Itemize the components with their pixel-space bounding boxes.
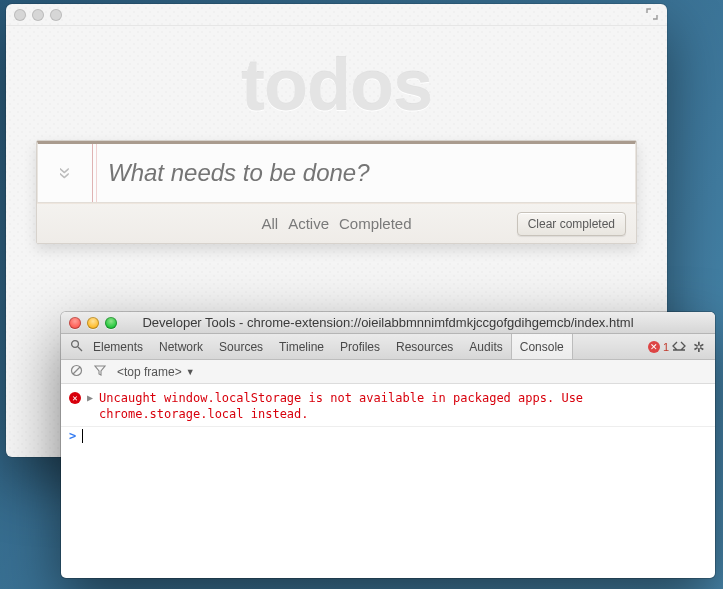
error-icon: ✕ [69,392,81,404]
tab-sources[interactable]: Sources [211,334,271,359]
close-icon[interactable] [69,317,81,329]
devtools-title: Developer Tools - chrome-extension://oie… [61,315,715,330]
filter-group: All Active Completed [261,215,411,232]
text-caret [82,429,83,443]
filter-icon[interactable] [93,364,107,379]
chevron-down-icon: ▼ [186,367,195,377]
tab-profiles[interactable]: Profiles [332,334,388,359]
expand-triangle-icon[interactable]: ▶ [87,392,93,403]
traffic-lights [69,317,117,329]
error-icon: ✕ [648,341,660,353]
svg-line-3 [73,367,80,374]
error-count-badge[interactable]: ✕ 1 [648,341,669,353]
clear-completed-button[interactable]: Clear completed [517,212,626,236]
frame-selector[interactable]: <top frame> ▼ [117,365,195,379]
console-prompt[interactable]: > [61,427,715,445]
app-body: todos » All Active Completed Clear compl… [6,26,667,244]
tab-elements[interactable]: Elements [85,334,151,359]
svg-point-0 [71,340,78,347]
tab-console[interactable]: Console [511,334,573,359]
app-title: todos [36,44,637,126]
drawer-toggle-icon[interactable] [669,339,689,354]
frame-selector-label: <top frame> [117,365,182,379]
error-message: Uncaught window.localStorage is not avai… [99,390,707,422]
filter-completed[interactable]: Completed [339,215,412,232]
minimize-icon[interactable] [87,317,99,329]
devtools-tabbar: Elements Network Sources Timeline Profil… [61,334,715,360]
toggle-all-button[interactable]: » [38,144,92,202]
expand-icon[interactable] [645,7,659,21]
traffic-lights [14,9,62,21]
new-todo-input[interactable] [92,144,635,202]
inspect-icon[interactable] [67,339,85,355]
clear-console-icon[interactable] [69,364,83,380]
console-error-row[interactable]: ✕ ▶ Uncaught window.localStorage is not … [61,388,715,427]
zoom-icon[interactable] [105,317,117,329]
filter-all[interactable]: All [261,215,278,232]
todo-footer: All Active Completed Clear completed [37,203,636,243]
filter-active[interactable]: Active [288,215,329,232]
tab-network[interactable]: Network [151,334,211,359]
tab-timeline[interactable]: Timeline [271,334,332,359]
devtools-titlebar[interactable]: Developer Tools - chrome-extension://oie… [61,312,715,334]
devtools-window: Developer Tools - chrome-extension://oie… [61,312,715,578]
settings-icon[interactable]: ✲ [689,339,709,355]
tab-resources[interactable]: Resources [388,334,461,359]
app-titlebar[interactable] [6,4,667,26]
console-toolbar: <top frame> ▼ [61,360,715,384]
tab-audits[interactable]: Audits [461,334,510,359]
new-todo-row: » [37,141,636,203]
minimize-icon[interactable] [32,9,44,21]
chevron-down-icon: » [52,167,78,179]
close-icon[interactable] [14,9,26,21]
todo-card: » All Active Completed Clear completed [36,140,637,244]
zoom-icon[interactable] [50,9,62,21]
prompt-chevron-icon: > [69,429,76,443]
console-output[interactable]: ✕ ▶ Uncaught window.localStorage is not … [61,384,715,578]
svg-line-1 [78,347,82,351]
